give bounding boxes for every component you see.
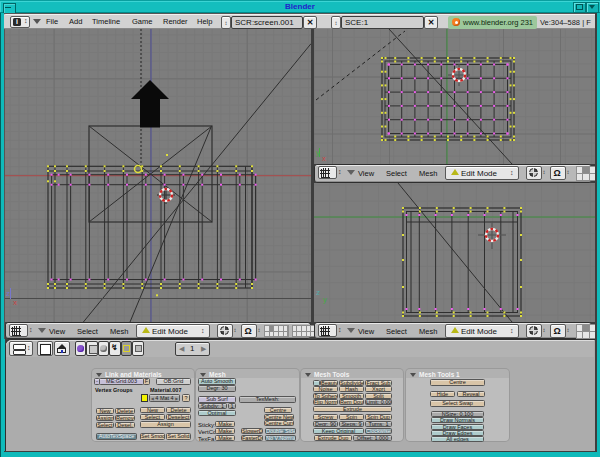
svg-text:z: z [316,288,320,297]
svg-text:x: x [322,154,326,163]
svg-text:y: y [323,295,327,304]
svg-text:z: z [6,289,10,298]
svg-text:x: x [13,298,17,307]
